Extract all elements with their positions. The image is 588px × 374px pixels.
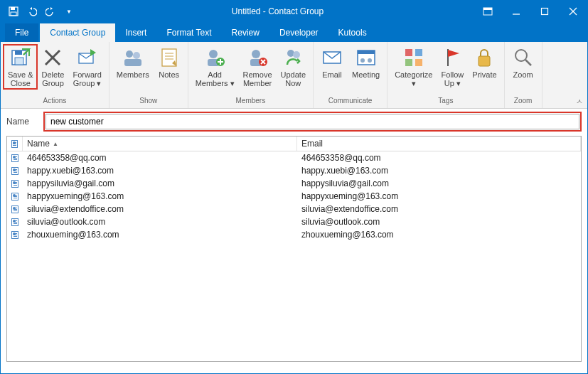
update-now-button[interactable]: UpdateNow bbox=[277, 45, 310, 89]
svg-rect-1 bbox=[11, 7, 15, 10]
ribbon-group-label: Zoom bbox=[505, 97, 542, 108]
column-name[interactable]: Name ▲ bbox=[23, 137, 297, 151]
remove-member-icon bbox=[246, 46, 269, 69]
meeting-icon bbox=[355, 46, 378, 69]
zoom-button[interactable]: Zoom bbox=[508, 45, 539, 80]
zoom-label: Zoom bbox=[513, 70, 533, 79]
tab-developer[interactable]: Developer bbox=[269, 23, 328, 42]
svg-rect-44 bbox=[479, 56, 490, 66]
row-icon-cell bbox=[7, 215, 23, 228]
table-row[interactable]: siluvia@extendoffice.comsiluvia@extendof… bbox=[7, 203, 581, 215]
remove-member-button[interactable]: RemoveMember bbox=[239, 45, 277, 89]
notes-label: Notes bbox=[159, 70, 179, 79]
tab-review[interactable]: Review bbox=[222, 23, 269, 42]
add-members-label: AddMembers ▾ bbox=[196, 70, 235, 87]
maximize-icon[interactable] bbox=[530, 1, 559, 22]
private-button[interactable]: Private bbox=[468, 45, 501, 80]
ribbon-group-label: Show bbox=[109, 97, 188, 108]
ribbon-group-show: MembersNotesShow bbox=[109, 42, 188, 108]
ribbon-display-options-icon[interactable] bbox=[474, 1, 502, 22]
row-email-cell: zhouxueming@163.com bbox=[297, 228, 581, 241]
categorize-button[interactable]: Categorize▾ bbox=[390, 45, 437, 89]
svg-point-27 bbox=[252, 50, 260, 58]
row-icon-cell bbox=[7, 164, 23, 177]
row-email-cell: siluvia@outlook.com bbox=[297, 215, 581, 228]
tab-format-text[interactable]: Format Text bbox=[156, 23, 221, 42]
save-close-button[interactable]: Save &Close bbox=[4, 45, 37, 89]
contact-card-icon bbox=[11, 218, 18, 226]
title-bar: ▼ Untitled - Contact Group bbox=[1, 1, 587, 22]
add-members-button[interactable]: AddMembers ▾ bbox=[191, 45, 239, 89]
contact-card-icon bbox=[11, 193, 18, 201]
tab-insert[interactable]: Insert bbox=[115, 23, 156, 42]
follow-up-icon bbox=[441, 46, 464, 69]
qat-redo-icon[interactable] bbox=[42, 3, 59, 20]
forward-group-label: ForwardGroup ▾ bbox=[73, 70, 101, 87]
table-row[interactable]: happy.xuebi@163.comhappy.xuebi@163.com bbox=[7, 164, 581, 177]
members-list: Name ▲ Email 464653358@qq.com464653358@q… bbox=[6, 136, 582, 362]
ribbon-group-label: Tags bbox=[387, 97, 503, 108]
svg-point-22 bbox=[209, 50, 218, 58]
column-icon[interactable] bbox=[7, 137, 23, 151]
private-label: Private bbox=[472, 70, 496, 79]
delete-group-button[interactable]: DeleteGroup bbox=[37, 45, 68, 89]
row-name-cell: happy.xuebi@163.com bbox=[23, 164, 297, 177]
row-email-cell: 464653358@qq.com bbox=[297, 151, 581, 164]
row-name-cell: happysiluvia@gail.com bbox=[23, 177, 297, 190]
row-email-cell: happyxueming@163.com bbox=[297, 190, 581, 203]
collapse-ribbon-icon[interactable]: ㅅ bbox=[576, 97, 583, 107]
contact-card-icon bbox=[11, 231, 18, 239]
column-email[interactable]: Email bbox=[297, 137, 581, 151]
svg-point-16 bbox=[133, 52, 140, 59]
table-row[interactable]: 464653358@qq.com464653358@qq.com bbox=[7, 151, 581, 164]
row-icon-cell bbox=[7, 151, 23, 164]
qat-customize-icon[interactable]: ▼ bbox=[60, 3, 77, 20]
email-button[interactable]: Email bbox=[316, 45, 348, 80]
members-button[interactable]: Members bbox=[112, 45, 154, 80]
meeting-button[interactable]: Meeting bbox=[348, 45, 384, 80]
svg-point-37 bbox=[360, 58, 365, 63]
update-now-label: UpdateNow bbox=[281, 70, 306, 87]
svg-rect-17 bbox=[124, 59, 141, 66]
close-icon[interactable] bbox=[559, 1, 587, 22]
ribbon-group-tags: Categorize▾FollowUp ▾PrivateTags bbox=[387, 42, 504, 108]
table-row[interactable]: zhouxueming@163.comzhouxueming@163.com bbox=[7, 228, 581, 241]
row-icon-cell bbox=[7, 228, 23, 241]
svg-rect-39 bbox=[405, 49, 412, 56]
email-icon bbox=[321, 46, 343, 69]
forward-group-button[interactable]: ForwardGroup ▾ bbox=[68, 45, 105, 89]
notes-button[interactable]: Notes bbox=[154, 45, 185, 80]
svg-rect-42 bbox=[415, 59, 422, 66]
qat-undo-icon[interactable] bbox=[23, 3, 41, 20]
name-input[interactable] bbox=[46, 114, 579, 129]
table-row[interactable]: happyxueming@163.comhappyxueming@163.com bbox=[7, 190, 581, 203]
tab-kutools[interactable]: Kutools bbox=[328, 23, 377, 42]
tab-file[interactable]: File bbox=[5, 23, 38, 42]
svg-rect-2 bbox=[11, 12, 16, 16]
svg-point-38 bbox=[368, 58, 372, 63]
row-email-cell: happysiluvia@gail.com bbox=[297, 177, 581, 190]
contact-card-icon bbox=[11, 180, 18, 188]
qat-save-icon[interactable] bbox=[5, 3, 22, 20]
window-controls bbox=[474, 1, 587, 22]
row-email-cell: happy.xuebi@163.com bbox=[297, 164, 581, 177]
svg-rect-10 bbox=[15, 50, 22, 55]
meeting-label: Meeting bbox=[352, 70, 380, 79]
row-name-cell: 464653358@qq.com bbox=[23, 151, 297, 164]
ribbon-group-label: Communicate bbox=[314, 97, 387, 108]
ribbon-group-label: Members bbox=[188, 97, 313, 108]
table-row[interactable]: happysiluvia@gail.comhappysiluvia@gail.c… bbox=[7, 177, 581, 190]
minimize-icon[interactable] bbox=[502, 1, 530, 22]
svg-rect-11 bbox=[15, 58, 23, 65]
tab-contact-group[interactable]: Contact Group bbox=[40, 23, 115, 42]
members-label: Members bbox=[117, 70, 149, 79]
svg-line-46 bbox=[525, 60, 531, 65]
follow-up-button[interactable]: FollowUp ▾ bbox=[437, 45, 468, 89]
svg-rect-40 bbox=[415, 49, 422, 56]
remove-member-label: RemoveMember bbox=[243, 70, 272, 87]
table-row[interactable]: siluvia@outlook.comsiluvia@outlook.com bbox=[7, 215, 581, 228]
row-name-cell: siluvia@extendoffice.com bbox=[23, 203, 297, 215]
delete-group-label: DeleteGroup bbox=[42, 70, 65, 87]
save-close-label: Save &Close bbox=[8, 70, 33, 87]
delete-group-icon bbox=[41, 46, 64, 69]
